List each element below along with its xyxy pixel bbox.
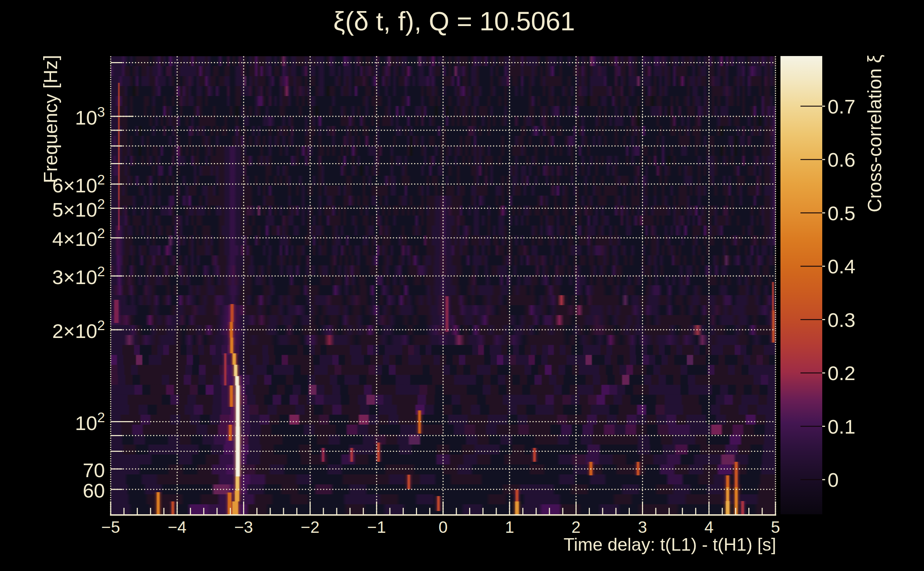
svg-text:1: 1 [505,518,514,536]
svg-text:ξ(δ t, f), Q = 10.5061: ξ(δ t, f), Q = 10.5061 [334,6,575,36]
svg-text:2×102: 2×102 [52,318,105,342]
svg-text:−2: −2 [301,518,319,536]
svg-text:60: 60 [83,479,105,502]
svg-text:0: 0 [828,469,839,491]
svg-text:4: 4 [705,518,714,536]
svg-text:2: 2 [572,518,581,536]
svg-text:0: 0 [439,518,448,536]
svg-text:3: 3 [638,518,647,536]
svg-text:4×102: 4×102 [52,225,105,250]
svg-text:0.4: 0.4 [828,255,856,278]
svg-text:Time delay: t(L1) - t(H1) [s]: Time delay: t(L1) - t(H1) [s] [564,535,776,555]
svg-text:0.6: 0.6 [828,148,856,171]
svg-text:3×102: 3×102 [52,264,105,289]
svg-text:−1: −1 [368,518,386,536]
svg-text:5×102: 5×102 [52,196,105,221]
svg-text:0.2: 0.2 [828,362,856,384]
svg-text:0.5: 0.5 [828,202,856,224]
svg-text:−3: −3 [234,518,253,536]
svg-text:70: 70 [83,459,105,481]
svg-text:−4: −4 [168,518,186,536]
svg-text:Cross-correlation ξ: Cross-correlation ξ [864,55,885,212]
svg-text:Frequency [Hz]: Frequency [Hz] [40,55,61,183]
svg-text:0.7: 0.7 [828,95,856,118]
svg-text:0.3: 0.3 [828,309,856,331]
svg-text:−5: −5 [101,518,120,536]
svg-text:0.1: 0.1 [828,415,856,438]
svg-text:5: 5 [771,518,780,536]
